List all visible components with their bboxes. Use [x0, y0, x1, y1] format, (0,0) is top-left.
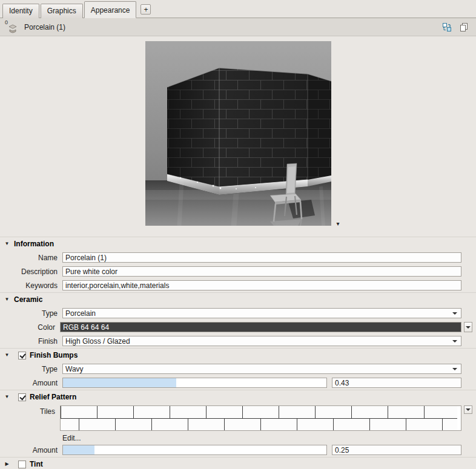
chevron-down-icon [466, 326, 471, 329]
preview-area: ▾ [0, 41, 476, 237]
collapse-triangle-icon[interactable]: ▼ [4, 395, 10, 399]
relief-amount-value[interactable]: 0.25 [332, 445, 461, 455]
collapse-triangle-icon[interactable]: ▼ [4, 353, 10, 358]
color-options-button[interactable] [464, 322, 472, 332]
finish-bumps-amount-value[interactable]: 0.43 [332, 378, 461, 388]
chevron-down-icon [452, 368, 457, 370]
information-section-header: ▼ Information [0, 237, 476, 251]
section-ceramic: ▼ Ceramic Type Porcelain Color RGB 64 64… [0, 292, 476, 348]
tint-section-header: ▶ Tint [0, 457, 476, 469]
collapse-triangle-icon[interactable]: ▼ [4, 241, 10, 246]
finish-bumps-amount-row: Amount 0.43 [0, 376, 476, 390]
collapse-triangle-icon[interactable]: ▶ [4, 462, 10, 467]
replace-asset-icon [442, 22, 452, 32]
ceramic-type-select[interactable]: Porcelain [62, 308, 461, 318]
amount-label: Amount [0, 446, 58, 454]
tiles-pattern-image [61, 406, 457, 430]
slider-fill [63, 445, 94, 454]
ceramic-finish-row: Finish High Gloss / Glazed [0, 334, 476, 348]
amount-label: Amount [0, 379, 58, 387]
duplicate-asset-button[interactable] [458, 21, 470, 33]
tab-appearance[interactable]: Appearance [84, 1, 137, 18]
duplicate-asset-icon [459, 22, 469, 32]
section-title: Ceramic [14, 295, 42, 304]
finish-bumps-type-select[interactable]: Wavy [62, 364, 461, 374]
keywords-input[interactable]: interior,porcelain,white,materials [62, 280, 461, 290]
preview-options-dropdown[interactable]: ▾ [336, 221, 339, 227]
relief-pattern-checkbox[interactable] [18, 393, 26, 401]
type-label: Type [0, 365, 58, 373]
ceramic-type-value: Porcelain [65, 309, 96, 318]
tab-graphics[interactable]: Graphics [41, 4, 83, 18]
section-tint: ▶ Tint [0, 457, 476, 469]
preview-wrap: ▾ [145, 41, 331, 228]
material-appearance-panel: { "icons": { "expander_open": "▼", "expa… [0, 0, 476, 469]
tab-bar: Identity Graphics Appearance + [0, 0, 476, 18]
relief-pattern-section-header: ▼ Relief Pattern [0, 390, 476, 404]
tab-identity[interactable]: Identity [2, 4, 39, 18]
finish-bumps-amount-slider[interactable] [62, 378, 327, 388]
description-label: Description [0, 267, 58, 276]
collapse-triangle-icon[interactable]: ▼ [4, 297, 10, 302]
finish-bumps-section-header: ▼ Finish Bumps [0, 348, 476, 362]
name-input[interactable]: Porcelain (1) [62, 252, 461, 263]
section-information: ▼ Information Name Porcelain (1) Descrip… [0, 237, 476, 292]
tiles-label: Tiles [0, 405, 55, 416]
shared-asset-indicator[interactable]: 0 [5, 20, 21, 34]
section-relief-pattern: ▼ Relief Pattern Tiles Edit... Amount [0, 390, 476, 457]
chevron-down-icon [452, 340, 457, 343]
section-title: Relief Pattern [30, 393, 76, 401]
asset-bar-icons [441, 21, 470, 33]
chevron-down-icon [452, 312, 457, 315]
tiles-options-button[interactable] [464, 405, 472, 414]
name-field-row: Name Porcelain (1) [0, 251, 476, 264]
ceramic-section-header: ▼ Ceramic [0, 292, 476, 306]
asset-title: Porcelain (1) [24, 23, 441, 31]
type-label: Type [0, 309, 58, 318]
section-title: Tint [30, 460, 43, 468]
description-field-row: Description Pure white color [0, 264, 476, 278]
keywords-label: Keywords [0, 281, 58, 290]
relief-amount-row: Amount 0.25 [0, 443, 476, 457]
ceramic-type-row: Type Porcelain [0, 306, 476, 320]
shared-asset-hand-icon [7, 22, 18, 33]
color-label: Color [0, 323, 55, 332]
ceramic-color-row: Color RGB 64 64 64 [0, 320, 476, 334]
relief-tiles-row: Tiles [0, 404, 476, 433]
tiles-edit-row: Edit... [0, 433, 476, 443]
chevron-down-icon [466, 408, 471, 411]
relief-amount-slider[interactable] [62, 445, 327, 455]
tint-checkbox[interactable] [18, 461, 26, 468]
asset-header-bar: 0 Porcelain (1) [0, 18, 476, 36]
edit-tiles-link[interactable]: Edit... [62, 434, 81, 442]
section-finish-bumps: ▼ Finish Bumps Type Wavy Amount 0.43 [0, 348, 476, 390]
finish-label: Finish [0, 337, 58, 346]
keywords-field-row: Keywords interior,porcelain,white,materi… [0, 278, 476, 292]
section-title: Information [14, 240, 54, 248]
finish-bumps-type-value: Wavy [65, 365, 84, 373]
ceramic-finish-select[interactable]: High Gloss / Glazed [62, 336, 461, 346]
add-tab-button[interactable]: + [140, 4, 151, 15]
section-title: Finish Bumps [30, 351, 78, 359]
material-preview-render [145, 41, 331, 226]
finish-bumps-type-row: Type Wavy [0, 362, 476, 376]
name-label: Name [0, 254, 58, 262]
description-input[interactable]: Pure white color [62, 266, 461, 277]
finish-bumps-checkbox[interactable] [18, 352, 26, 359]
ceramic-finish-value: High Gloss / Glazed [65, 337, 130, 346]
replace-asset-button[interactable] [441, 21, 453, 33]
tiles-pattern-preview[interactable] [60, 405, 461, 431]
color-value-field[interactable]: RGB 64 64 64 [60, 322, 461, 332]
slider-fill [63, 378, 176, 387]
